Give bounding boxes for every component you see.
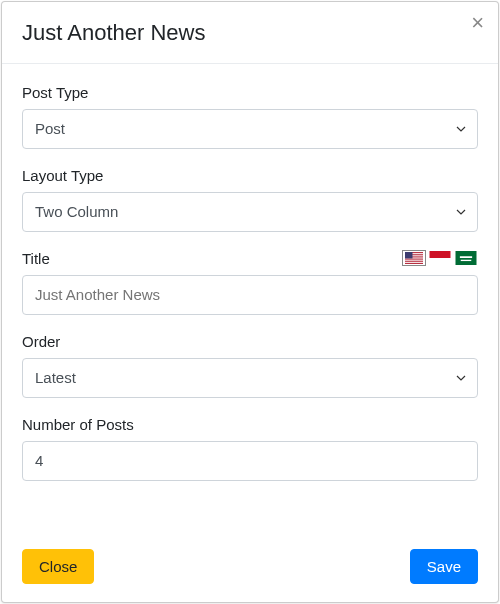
- title-label: Title: [22, 250, 50, 267]
- us-flag-icon[interactable]: [402, 250, 426, 266]
- svg-rect-9: [430, 258, 451, 265]
- modal-header: Just Another News ×: [2, 2, 498, 64]
- saudi-flag-icon[interactable]: [454, 250, 478, 266]
- layout-type-label: Layout Type: [22, 167, 103, 184]
- svg-rect-8: [430, 251, 451, 258]
- modal-footer: Close Save: [2, 535, 498, 602]
- svg-rect-12: [461, 260, 472, 261]
- indonesia-flag-icon[interactable]: [428, 250, 452, 266]
- post-type-label: Post Type: [22, 84, 88, 101]
- order-select[interactable]: Latest: [22, 358, 478, 398]
- post-type-group: Post Type Post: [22, 84, 478, 149]
- svg-rect-7: [405, 252, 413, 258]
- svg-rect-11: [460, 257, 472, 259]
- modal-body: Post Type Post Layout Type Two Column Ti…: [2, 64, 498, 535]
- close-button[interactable]: Close: [22, 549, 94, 584]
- modal-title: Just Another News: [22, 18, 205, 49]
- svg-rect-6: [405, 262, 423, 263]
- svg-rect-4: [405, 259, 423, 260]
- num-posts-group: Number of Posts: [22, 416, 478, 481]
- close-icon[interactable]: ×: [471, 12, 484, 34]
- layout-type-group: Layout Type Two Column: [22, 167, 478, 232]
- title-input[interactable]: [22, 275, 478, 315]
- order-group: Order Latest: [22, 333, 478, 398]
- num-posts-input[interactable]: [22, 441, 478, 481]
- layout-type-select[interactable]: Two Column: [22, 192, 478, 232]
- order-label: Order: [22, 333, 60, 350]
- modal-dialog: Just Another News × Post Type Post Layou…: [1, 1, 499, 603]
- save-button[interactable]: Save: [410, 549, 478, 584]
- post-type-select[interactable]: Post: [22, 109, 478, 149]
- svg-rect-5: [405, 261, 423, 262]
- language-flags: [402, 250, 478, 266]
- title-group: Title: [22, 250, 478, 315]
- num-posts-label: Number of Posts: [22, 416, 134, 433]
